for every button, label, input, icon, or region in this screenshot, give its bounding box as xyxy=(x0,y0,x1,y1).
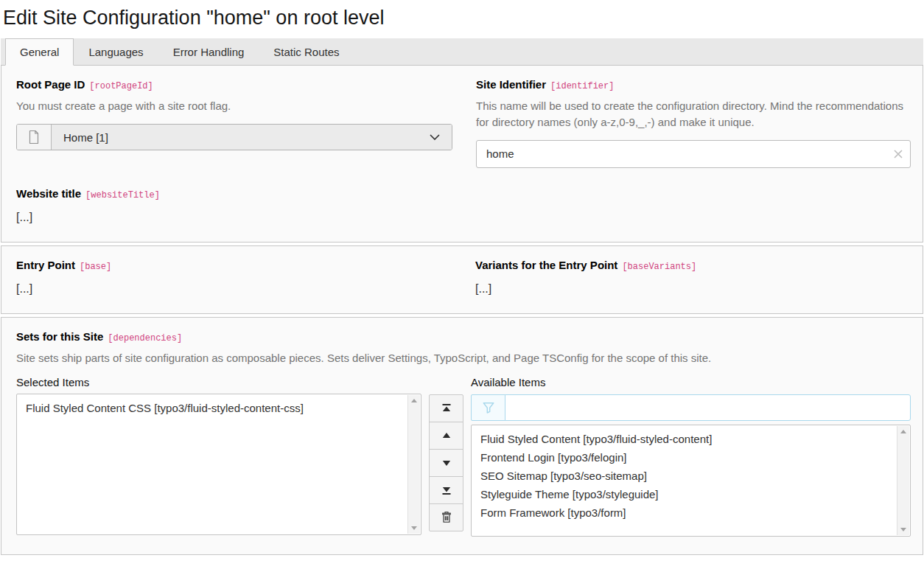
field-site-identifier: Site Identifier[identifier] This name wi… xyxy=(476,77,911,168)
sets-label: Sets for this Site[dependencies] xyxy=(16,330,911,343)
move-to-top-button[interactable] xyxy=(429,394,463,422)
field-website-title: Website title[websiteTitle] [...] xyxy=(16,187,911,224)
tab-static-routes[interactable]: Static Routes xyxy=(259,38,354,65)
move-down-icon xyxy=(441,458,452,468)
move-up-button[interactable] xyxy=(429,422,463,450)
page-icon xyxy=(17,125,52,150)
entry-point-collapsed-toggle[interactable]: [...] xyxy=(16,282,32,296)
available-item[interactable]: Form Framework [typo3/form] xyxy=(472,503,894,522)
field-entry-point-variants: Variants for the Entry Point[baseVariant… xyxy=(475,257,911,296)
selected-items-scrollbar[interactable] xyxy=(407,395,420,534)
item-move-button-group xyxy=(429,394,463,531)
scroll-down-icon[interactable] xyxy=(411,526,417,530)
scroll-up-icon[interactable] xyxy=(411,399,417,402)
field-entry-point: Entry Point[base] [...] xyxy=(16,257,452,296)
scroll-up-icon[interactable] xyxy=(900,430,906,433)
root-page-select[interactable]: Home [1] xyxy=(16,124,452,150)
filter-icon xyxy=(471,394,505,421)
root-page-select-value[interactable]: Home [1] xyxy=(52,125,452,150)
site-identifier-input[interactable] xyxy=(476,140,911,168)
website-title-label: Website title[websiteTitle] xyxy=(16,187,911,200)
tab-general[interactable]: General xyxy=(5,38,74,66)
move-up-icon xyxy=(441,430,452,441)
entry-point-variants-label: Variants for the Entry Point[baseVariant… xyxy=(475,259,911,272)
entry-point-code: [base] xyxy=(80,262,111,272)
move-to-top-icon xyxy=(441,403,452,414)
available-items-listbox[interactable]: Fluid Styled Content [typo3/fluid-styled… xyxy=(471,425,911,537)
move-down-button[interactable] xyxy=(429,449,463,477)
available-item[interactable]: Fluid Styled Content [typo3/fluid-styled… xyxy=(472,430,894,448)
available-item[interactable]: Styleguide Theme [typo3/styleguide] xyxy=(472,485,894,503)
move-to-bottom-icon xyxy=(441,485,452,495)
remove-item-button[interactable] xyxy=(429,503,463,531)
available-items-label: Available Items xyxy=(471,376,911,388)
clear-icon[interactable] xyxy=(894,150,903,158)
selected-item[interactable]: Fluid Styled Content CSS [typo3/fluid-st… xyxy=(17,399,405,417)
site-identifier-description: This name will be used to create the con… xyxy=(476,98,911,130)
move-to-bottom-button[interactable] xyxy=(429,476,463,504)
available-items-scrollbar[interactable] xyxy=(897,426,909,535)
scroll-down-icon[interactable] xyxy=(900,528,906,531)
tab-error-handling[interactable]: Error Handling xyxy=(158,38,259,65)
entry-point-variants-collapsed-toggle[interactable]: [...] xyxy=(475,282,491,296)
sets-code: [dependencies] xyxy=(108,333,182,343)
chevron-down-icon xyxy=(430,134,440,141)
root-page-id-code: [rootPageId] xyxy=(89,81,153,91)
selected-items-listbox[interactable]: Fluid Styled Content CSS [typo3/fluid-st… xyxy=(16,394,421,535)
site-identifier-code: [identifier] xyxy=(550,81,614,91)
entry-point-variants-code: [baseVariants] xyxy=(622,262,696,272)
tab-languages[interactable]: Languages xyxy=(74,38,158,65)
entry-point-label: Entry Point[base] xyxy=(16,259,452,272)
available-items-filter xyxy=(471,394,911,421)
site-identifier-label: Site Identifier[identifier] xyxy=(476,78,911,91)
available-item[interactable]: Frontend Login [typo3/felogin] xyxy=(472,448,894,467)
available-item[interactable]: SEO Sitemap [typo3/seo-sitemap] xyxy=(472,467,894,485)
website-title-collapsed-toggle[interactable]: [...] xyxy=(16,211,32,224)
panel-general-top: Root Page ID[rootPageId] You must create… xyxy=(1,66,923,243)
root-page-id-description: You must create a page with a site root … xyxy=(16,98,452,114)
panel-sets: Sets for this Site[dependencies] Site se… xyxy=(1,317,923,555)
panel-entry-point: Entry Point[base] [...] Variants for the… xyxy=(1,245,923,314)
selected-items-label: Selected Items xyxy=(16,376,421,388)
available-items-filter-input[interactable] xyxy=(505,394,911,421)
website-title-code: [websiteTitle] xyxy=(85,190,160,200)
tab-bar: General Languages Error Handling Static … xyxy=(1,38,923,66)
trash-icon xyxy=(441,511,452,523)
field-root-page-id: Root Page ID[rootPageId] You must create… xyxy=(16,77,452,168)
sets-description: Site sets ship parts of site configurati… xyxy=(16,350,911,366)
page-title: Edit Site Configuration "home" on root l… xyxy=(3,6,923,29)
root-page-id-label: Root Page ID[rootPageId] xyxy=(16,78,452,91)
